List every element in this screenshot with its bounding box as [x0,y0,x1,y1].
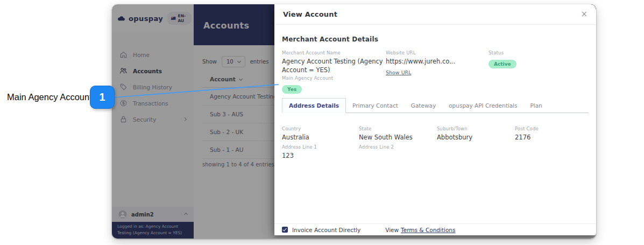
view-account-panel: View Account × Merchant Account Details … [274,4,596,235]
field-label: Post Code [515,126,579,131]
panel-title: View Account [283,10,337,18]
section-title: Merchant Account Details [282,36,378,43]
address-line-1-field: Address Line 1 123 [282,144,352,160]
tab-primary-contact[interactable]: Primary Contact [346,99,405,113]
detail-tabs: Address Details Primary Contact Gateway … [282,98,589,113]
close-icon[interactable]: × [581,10,588,18]
status-field: Status Active [489,50,516,68]
field-label: Merchant Account Name [282,50,384,55]
address-line-2-field: Address Line 2 [359,144,431,152]
field-label: Suburb/Town [437,126,507,131]
field-value: Agency Account Testing (Agency Account =… [282,58,384,74]
field-label: Website URL [386,50,483,55]
main-agency-account-field: Main Agency Account Yes [282,75,333,94]
state-field: State New South Wales [359,126,431,142]
checkbox-label: Invoice Account Directly [292,227,360,233]
app-window: opuspay EN-AU Home [112,4,596,239]
field-label: Country [282,126,352,131]
field-value: Australia [282,134,352,142]
merchant-account-name-field: Merchant Account Name Agency Account Tes… [282,50,384,74]
field-value: 123 [282,152,352,160]
website-url-field: Website URL https://www.jureh.co... Show… [386,50,483,76]
field-value: 2176 [515,134,579,142]
tab-plan[interactable]: Plan [524,99,549,113]
field-label: Main Agency Account [282,75,333,81]
invoice-directly-checkbox[interactable] [282,227,288,233]
terms-row: View Terms & Conditions [385,227,455,233]
annotation-label: Main Agency Account [7,92,92,102]
field-label: State [359,126,431,131]
show-url-link[interactable]: Show URL [386,69,412,75]
panel-footer: Invoice Account Directly View Terms & Co… [274,223,596,235]
field-label: Address Line 1 [282,144,352,150]
annotation-step-marker: 1 [90,86,115,109]
main-agency-badge: Yes [282,85,302,94]
field-label: Status [489,50,516,55]
tab-address-details[interactable]: Address Details [282,98,346,113]
tab-gateway[interactable]: Gateway [405,99,442,113]
terms-and-conditions-link[interactable]: Terms & Conditions [401,227,455,233]
field-value: https://www.jureh.co... [386,58,483,66]
status-badge: Active [489,60,516,68]
panel-body: Merchant Account Details Merchant Accoun… [274,25,596,223]
tab-opuspay-api-credentials[interactable]: opuspay API Credentials [442,99,523,113]
field-value: Abbotsbury [437,134,507,142]
suburb-town-field: Suburb/Town Abbotsbury [437,126,507,142]
view-label: View [385,227,399,233]
field-label: Address Line 2 [359,144,431,150]
field-value: New South Wales [359,134,431,142]
country-field: Country Australia [282,126,352,142]
panel-header: View Account × [274,4,596,25]
post-code-field: Post Code 2176 [515,126,579,142]
